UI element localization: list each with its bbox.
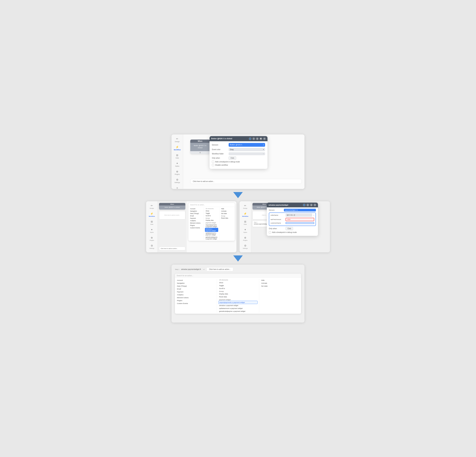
sv-close-icon[interactable]: ✕ — [314, 204, 316, 206]
workflow-folder-select[interactable] — [229, 152, 265, 155]
s2r-sidebar-plugins[interactable]: ⊕ Plugins — [239, 235, 251, 242]
action-getselected[interactable]: getselectedpayme a payment widget — [205, 236, 218, 240]
action-search[interactable]: Search for an action... — [188, 203, 235, 207]
sv-user-icon[interactable]: 👤 — [303, 204, 306, 206]
s3-action-reset-data[interactable]: Reset data — [218, 295, 258, 298]
disable-workflow-checkbox[interactable] — [212, 164, 214, 166]
s2r-sidebar-design[interactable]: ✏ Design — [239, 203, 251, 210]
s2r-sidebar-styles[interactable]: ✦ Styles — [239, 227, 251, 234]
action-requestpayments[interactable]: requestpayments a payment widget — [205, 224, 218, 228]
s3-action-set-state[interactable]: Set state — [261, 284, 300, 287]
action-set-state[interactable]: Set state — [221, 212, 234, 215]
step2-row: ✏ Design ⚡ Workflow ⊞ Data ✦ Styles — [144, 201, 332, 252]
popup-comment-icon[interactable]: 💬 — [259, 137, 262, 140]
s3-action-animate[interactable]: Animate — [261, 282, 300, 284]
s2l-sidebar-data[interactable]: ⊞ Data — [146, 219, 158, 226]
action-display-data[interactable]: Display data — [205, 219, 218, 222]
s3-group-header: Group — [218, 290, 258, 292]
sv-search-icon[interactable]: ⊙ — [310, 204, 313, 206]
step3-search[interactable]: Search for an action... — [175, 274, 301, 278]
element-select[interactable]: Button 결제하기 — [229, 143, 265, 147]
s2r-sidebar-logs[interactable]: ≡ Logs — [239, 251, 251, 252]
s3-cat-plugins[interactable]: Plugins — [176, 299, 215, 302]
s3-cat-data[interactable]: Data (Things) — [176, 284, 215, 287]
sidebar-label-settings: Settings — [174, 182, 180, 183]
s2l-sidebar-plugins[interactable]: ⊕ Plugins — [146, 235, 158, 242]
add-action-bar[interactable]: Click here to add an action... — [190, 179, 302, 184]
s3-action-hide[interactable]: Hide — [261, 279, 300, 282]
s2l-sidebar-design[interactable]: ✏ Design — [146, 203, 158, 210]
sv-customerName-val[interactable] — [286, 222, 314, 224]
s3-action-updateamount[interactable]: updateamount a payment widget — [218, 307, 258, 310]
action-toggle[interactable]: Toggle — [205, 212, 218, 215]
s3-cat-email[interactable]: Email — [176, 287, 215, 290]
s2l-add-action[interactable]: Click here to add an action... — [159, 247, 185, 250]
sv-orderName-val[interactable]: 생수 외 1 건 — [286, 214, 312, 217]
cat-payment[interactable]: Payment — [189, 217, 203, 219]
action-animate[interactable]: Animate — [221, 210, 234, 212]
popup-search-icon[interactable]: ⊙ — [256, 137, 259, 140]
breakpoint-checkbox[interactable] — [212, 161, 214, 163]
when-header: When — [190, 140, 210, 143]
add-breakpoint-row: Add a breakpoint in debug mode — [212, 161, 265, 163]
sidebar-item-plugins[interactable]: ⊕ Plugins — [171, 169, 183, 176]
cat-custom-events[interactable]: Custom Events — [189, 227, 203, 229]
cat-navigation[interactable]: Navigation — [189, 210, 203, 212]
sv-taxFreeAmount-val[interactable]: Click — [286, 218, 314, 221]
popup-info-icon[interactable]: ℹ — [252, 137, 255, 140]
cat-data[interactable]: Data (Things) — [189, 212, 203, 215]
action-setvalue[interactable]: setvalue a payment widget — [205, 228, 218, 232]
sv-orderName-row: orderName 생수 외 1 건 › — [271, 214, 314, 217]
sv-orderName-chevron[interactable]: › — [314, 214, 314, 216]
popup-user-icon[interactable]: 👤 — [249, 137, 251, 140]
cat-email[interactable]: Email — [189, 215, 203, 217]
s2l-click-block[interactable]: Click here to add an event... — [159, 211, 185, 219]
s3-action-display-data[interactable]: Display data — [218, 292, 258, 295]
s2l-sidebar-workflow[interactable]: ⚡ Workflow — [146, 211, 158, 218]
only-when-click[interactable]: Click — [229, 157, 236, 160]
s3-cat-analytics[interactable]: Analytics — [176, 293, 215, 296]
step3-add-action-btn[interactable]: Click here to add an action... — [206, 267, 233, 271]
action-updateamount[interactable]: updateamount a payment widget — [205, 232, 218, 236]
action-reset-data[interactable]: Reset data — [221, 217, 234, 219]
sidebar-item-logs[interactable]: ≡ Logs — [171, 185, 183, 189]
s2l-sidebar-settings[interactable]: ⚙ Settings — [146, 243, 158, 250]
s2r-sidebar-settings[interactable]: ⚙ Settings — [239, 243, 251, 250]
s3-cat-custom-events[interactable]: Custom Events — [176, 302, 215, 305]
s2r-sidebar-data[interactable]: ⊞ Data — [239, 219, 251, 226]
when-body: Button 결제하기 is clicked — [190, 143, 210, 151]
s3-cat-navigation[interactable]: Navigation — [176, 282, 215, 284]
s3-cat-payment[interactable]: Payment — [176, 290, 215, 293]
sidebar-item-design[interactable]: ✏ Design — [171, 136, 183, 143]
cat-account[interactable]: Account — [189, 208, 203, 210]
sv-breakpoint-checkbox[interactable] — [269, 231, 271, 233]
cat-plugins[interactable]: Plugins — [189, 224, 203, 227]
sv-only-when-click[interactable]: Click — [286, 227, 293, 230]
action-show[interactable]: Show — [205, 210, 218, 212]
s3-action-show[interactable]: Show — [218, 281, 258, 284]
s3-action-requestpayments[interactable]: requestpayments a payment widget — [218, 301, 258, 304]
popup-close-icon[interactable]: ✕ — [263, 137, 266, 140]
s3-action-setvalue[interactable]: setvalue a payment widget — [218, 304, 258, 307]
sv-element-val[interactable]: paymentwidget A — [284, 209, 316, 211]
sidebar-item-settings[interactable]: ⚙ Settings — [171, 177, 183, 184]
action-scroll-to[interactable]: Scroll to — [205, 215, 218, 217]
action-col3: Hide Animate Set state Group Reset data — [219, 208, 235, 240]
sidebar-item-data[interactable]: ⊞ Data — [171, 153, 183, 160]
sidebar-item-workflow[interactable]: ⚡ Workflow — [171, 144, 183, 152]
s3-cat-element-actions[interactable]: Element Actions — [176, 296, 215, 299]
sv-info-icon[interactable]: ℹ — [306, 204, 309, 206]
s2l-sidebar-logs[interactable]: ≡ Logs — [146, 251, 158, 252]
s3-action-toggle[interactable]: Toggle — [218, 284, 258, 287]
cat-element-actions[interactable]: Element Actions — [189, 222, 203, 224]
s3-action-getselected[interactable]: getselectedpayme a payment widget — [218, 310, 258, 313]
s3-cat-account[interactable]: Account — [176, 279, 215, 282]
s2r-sidebar-workflow[interactable]: ⚡ Workflow — [239, 211, 251, 218]
action-hide[interactable]: Hide — [221, 208, 234, 210]
cat-analytics[interactable]: Analytics — [189, 219, 203, 222]
delete-icon[interactable]: 🗑 — [199, 152, 201, 153]
sidebar-item-styles[interactable]: ✦ Styles — [171, 161, 183, 168]
event-color-select[interactable]: Gray — [229, 148, 265, 151]
s3-action-scroll[interactable]: Scroll to — [218, 287, 258, 290]
s2l-sidebar-styles[interactable]: ✦ Styles — [146, 227, 158, 234]
